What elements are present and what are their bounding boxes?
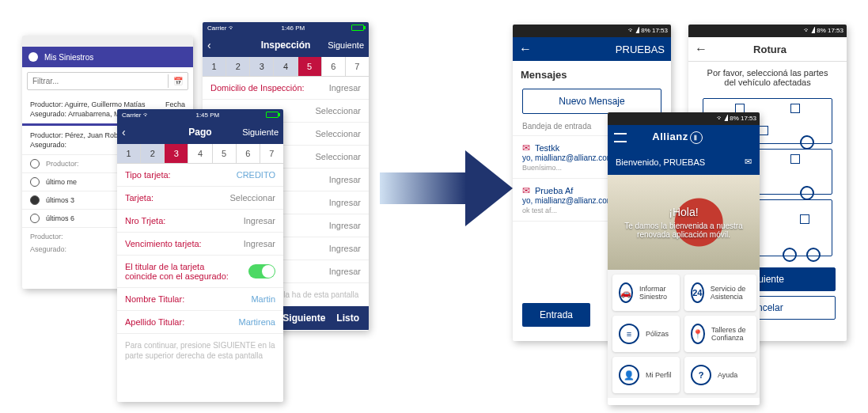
envelope-icon[interactable]: ✉ bbox=[745, 157, 752, 167]
tile-servicio-asistencia[interactable]: 24Servicio de Asistencia bbox=[684, 275, 756, 311]
car-icon: 🚗 bbox=[619, 282, 633, 303]
step[interactable]: 1 bbox=[203, 57, 226, 76]
form-row[interactable]: Domicilio de Inspección:Ingresar bbox=[203, 77, 369, 100]
ios-status-bar: Carrier ᯤ 1:46 PM bbox=[203, 22, 369, 33]
row-nombre[interactable]: Nombre Titular:Martin bbox=[117, 288, 283, 311]
nav-title: Inspección bbox=[261, 40, 311, 51]
row-tipo[interactable]: Tipo tarjeta:CREDITO bbox=[117, 164, 283, 187]
app-header: Allianz⦀ bbox=[608, 125, 760, 149]
step[interactable]: 4 bbox=[188, 144, 212, 163]
app-header: Mis Siniestros bbox=[22, 47, 193, 67]
page-title: Mis Siniestros bbox=[44, 53, 93, 62]
hero-banner: ¡Hola! Te damos la bienvenida a nuestra … bbox=[608, 175, 760, 270]
nav-bar: ‹ Pago Siguiente bbox=[117, 120, 283, 144]
row-venc[interactable]: Vencimiento tarjeta:Ingresar bbox=[117, 233, 283, 256]
stepper: 1 2 3 4 5 6 7 bbox=[117, 144, 283, 164]
calendar-icon[interactable]: 📅 bbox=[168, 74, 188, 88]
row-tarjeta[interactable]: Tarjeta:Seleccionar bbox=[117, 187, 283, 210]
envelope-icon: ✉ bbox=[522, 142, 530, 153]
menu-tiles: 🚗Informar Siniestro 24Servicio de Asiste… bbox=[608, 270, 760, 398]
app-header: ← PRUEBAS bbox=[513, 37, 671, 61]
step[interactable]: 2 bbox=[226, 57, 250, 76]
phone-24-icon: 24 bbox=[691, 282, 704, 303]
app-header: ← Rotura bbox=[688, 37, 847, 62]
transition-arrow bbox=[380, 150, 513, 226]
back-icon[interactable]: ‹ bbox=[207, 39, 211, 51]
row-coincide[interactable]: El titular de la tarjeta coincide con el… bbox=[117, 256, 283, 288]
pin-icon: 📍 bbox=[691, 324, 705, 344]
brand-logo: Allianz⦀ bbox=[652, 131, 702, 144]
back-icon[interactable]: ‹ bbox=[122, 126, 126, 138]
step[interactable]: 6 bbox=[322, 57, 346, 76]
instruction-text: Por favor, seleccioná las partes del veh… bbox=[688, 62, 847, 93]
col-fecha: Fecha bbox=[165, 100, 185, 108]
step[interactable]: 7 bbox=[346, 57, 369, 76]
screen-home-menu: ᯤ ◢ 8% 17:53 Allianz⦀ Bienvenido, PRUEBA… bbox=[608, 112, 760, 405]
step[interactable]: 4 bbox=[274, 57, 298, 76]
welcome-bar: Bienvenido, PRUEBAS ✉ bbox=[608, 149, 760, 175]
tile-informar-siniestro[interactable]: 🚗Informar Siniestro bbox=[612, 275, 680, 311]
android-status-bar: ᯤ ◢ 8% 17:53 bbox=[513, 25, 671, 37]
kb-done[interactable]: Listo bbox=[336, 313, 359, 324]
entrada-button[interactable]: Entrada bbox=[522, 303, 590, 327]
ios-status-bar bbox=[22, 36, 193, 47]
row-apellido[interactable]: Apellido Titular:Martirena bbox=[117, 311, 283, 334]
ios-status-bar: Carrier ᯤ 1:45 PM bbox=[117, 109, 283, 120]
hint-text: Para continuar, presione SIGUIENTE en la… bbox=[117, 334, 283, 367]
header-title: PRUEBAS bbox=[536, 44, 665, 55]
avatar-dot bbox=[28, 52, 38, 62]
envelope-icon: ✉ bbox=[522, 185, 530, 196]
filter-bar[interactable]: 📅 bbox=[27, 72, 188, 90]
section-title: Mensajes bbox=[513, 61, 671, 89]
back-icon[interactable]: ← bbox=[695, 42, 707, 56]
step[interactable]: 2 bbox=[141, 144, 165, 163]
hero-subtitle: Te damos la bienvenida a nuestra renovad… bbox=[624, 222, 744, 239]
step[interactable]: 1 bbox=[117, 144, 141, 163]
battery-icon bbox=[351, 25, 364, 31]
stepper: 1 2 3 4 5 6 7 bbox=[203, 57, 369, 77]
tile-mi-perfil[interactable]: 👤Mi Perfil bbox=[612, 357, 680, 393]
step[interactable]: 5 bbox=[213, 144, 237, 163]
nav-next-link[interactable]: Siguiente bbox=[328, 40, 364, 50]
kb-next[interactable]: Siguiente bbox=[282, 313, 325, 324]
step-active[interactable]: 5 bbox=[298, 57, 322, 76]
battery-icon bbox=[266, 112, 279, 118]
document-icon: ≡ bbox=[619, 324, 639, 344]
user-icon: 👤 bbox=[619, 365, 639, 385]
help-icon: ? bbox=[691, 365, 711, 385]
android-status-bar: ᯤ ◢ 8% 17:53 bbox=[688, 25, 847, 37]
android-status-bar: ᯤ ◢ 8% 17:53 bbox=[608, 112, 760, 125]
step-active[interactable]: 3 bbox=[165, 144, 188, 163]
tile-polizas[interactable]: ≡Pólizas bbox=[612, 316, 680, 352]
screen-pago: Carrier ᯤ 1:45 PM ‹ Pago Siguiente 1 2 3… bbox=[117, 109, 283, 402]
step[interactable]: 7 bbox=[260, 144, 283, 163]
nav-title: Pago bbox=[188, 127, 211, 138]
row-nro[interactable]: Nro Trjeta:Ingresar bbox=[117, 210, 283, 233]
nav-bar: ‹ Inspección Siguiente bbox=[203, 33, 369, 57]
nav-next-link[interactable]: Siguiente bbox=[242, 127, 279, 137]
tile-ayuda[interactable]: ?Ayuda bbox=[684, 357, 756, 393]
switch-toggle[interactable] bbox=[248, 264, 275, 278]
step[interactable]: 6 bbox=[237, 144, 260, 163]
filter-input[interactable] bbox=[28, 73, 168, 89]
step[interactable]: 3 bbox=[250, 57, 274, 76]
tile-talleres[interactable]: 📍Talleres de Confianza bbox=[684, 316, 756, 352]
header-title: Rotura bbox=[712, 44, 828, 55]
back-icon[interactable]: ← bbox=[519, 42, 532, 56]
hero-title: ¡Hola! bbox=[624, 206, 744, 218]
nuevo-mensaje-button[interactable]: Nuevo Mensaje bbox=[522, 89, 661, 114]
